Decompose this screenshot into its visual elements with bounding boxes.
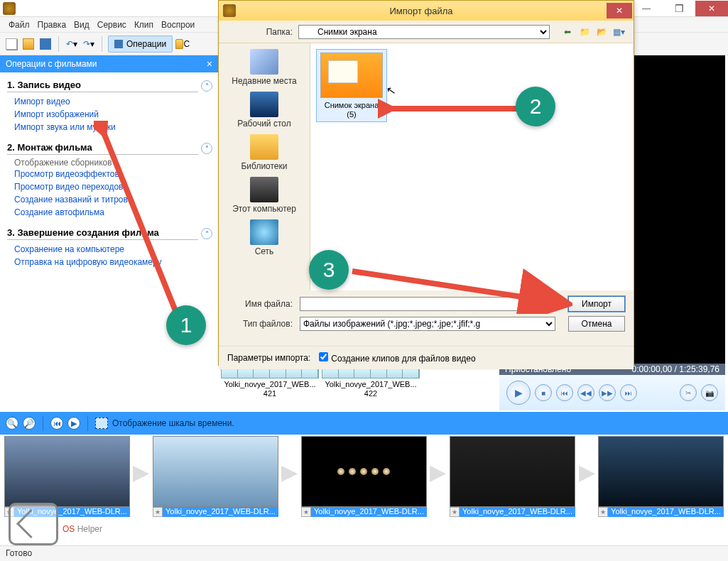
nav-back-button[interactable]: ⬅	[561, 26, 574, 38]
import-options-label: Параметры импорта:	[227, 353, 310, 363]
star-icon: ★	[301, 507, 311, 517]
star-icon: ★	[598, 507, 608, 517]
play-button[interactable]: ▶	[506, 381, 531, 405]
dialog-close-button[interactable]: ✕	[607, 3, 632, 18]
transition-slot[interactable]	[430, 436, 447, 507]
collapse-icon[interactable]: ˄	[201, 80, 212, 92]
collection-item[interactable]: Yolki_novye_2017_WEB... 422	[322, 366, 420, 407]
save-button[interactable]	[38, 37, 53, 51]
task-pane-close[interactable]: ×	[207, 58, 212, 70]
dialog-title: Импорт файла	[236, 6, 607, 16]
annotation-arrow-3	[345, 264, 572, 314]
collapse-icon[interactable]: ˄	[201, 143, 212, 154]
menu-clip[interactable]: Клип	[131, 18, 156, 31]
snapshot-button[interactable]: 📷	[701, 384, 718, 401]
split-button[interactable]: ✂	[680, 384, 697, 401]
collection-strip: Yolki_novye_2017_WEB... 421 Yolki_novye_…	[218, 366, 497, 407]
rewind-button[interactable]: ◀◀	[577, 384, 594, 401]
preview-controls: ▶ ■ ⏮ ◀◀ ▶▶ ⏭ ✂ 📷	[499, 375, 725, 410]
storyboard-clip[interactable]: ★Yolki_novye_2017_WEB-DLR...	[450, 436, 575, 517]
create-clips-checkbox[interactable]	[319, 352, 328, 361]
redo-button[interactable]: ↷ ▾	[82, 37, 96, 51]
menu-file[interactable]: Файл	[6, 18, 33, 31]
annotation-2: 2	[516, 87, 555, 126]
clip-caption: Yolki_novye_2017_WEB-DLR...	[608, 507, 724, 517]
svg-line-0	[102, 129, 179, 320]
stop-button[interactable]: ■	[535, 384, 552, 401]
forward-button[interactable]: ▶▶	[599, 384, 616, 401]
annotation-arrow-1	[94, 121, 193, 334]
tl-play-button[interactable]: ▶	[67, 417, 80, 430]
minimize-button[interactable]	[630, 1, 663, 16]
file-name: Снимок экрана (5)	[320, 101, 384, 119]
star-icon: ★	[450, 507, 460, 517]
new-button[interactable]	[4, 37, 18, 51]
tl-rewind-button[interactable]: ⏮	[50, 417, 63, 430]
dialog-titlebar: Импорт файла ✕	[219, 1, 634, 21]
transition-slot[interactable]	[578, 436, 595, 507]
task-pane-header: Операции с фильмами ×	[0, 55, 218, 72]
place-this-pc[interactable]: Этот компьютер	[224, 174, 304, 217]
operations-label: Операции	[126, 39, 166, 49]
prev-button[interactable]: ⏮	[556, 384, 573, 401]
clip-caption: Yolki_novye_2017_WEB-DLR...	[311, 507, 427, 517]
collapse-icon[interactable]: ˄	[201, 228, 212, 239]
folder-select[interactable]: Снимки экрана	[298, 25, 550, 39]
timeline-label: Отображение шкалы времени.	[112, 418, 234, 428]
storyboard-clip[interactable]: ★Yolki_novye_2017_WEB-DLR...	[153, 436, 278, 517]
cancel-button[interactable]: Отмена	[568, 316, 625, 332]
dialog-nav: Папка: Снимки экрана ⬅ 📁 📂 ▦▾	[219, 21, 634, 43]
import-button[interactable]: Импорт	[568, 296, 625, 312]
filetype-label: Тип файлов:	[227, 319, 293, 329]
timeline-toolbar: 🔍 🔎 ⏮ ▶ Отображение шкалы времени.	[0, 412, 728, 435]
transition-slot[interactable]	[133, 436, 150, 507]
storyboard: ★Yolki_novye_2017_WEB-DLR... ★Yolki_novy…	[4, 436, 724, 528]
tasks-icon	[114, 40, 123, 48]
timeline-view-icon[interactable]	[95, 418, 108, 429]
collection-item-label: Yolki_novye_2017_WEB... 421	[221, 380, 319, 398]
collections-label: С	[183, 39, 190, 49]
nav-view-button[interactable]: ▦▾	[612, 26, 625, 38]
place-libraries[interactable]: Библиотеки	[224, 131, 304, 174]
open-button[interactable]	[21, 37, 36, 51]
menu-play[interactable]: Воспрои	[158, 18, 197, 31]
collection-item[interactable]: Yolki_novye_2017_WEB... 421	[221, 366, 319, 407]
watermark-icon	[9, 503, 58, 545]
menu-edit[interactable]: Правка	[35, 18, 70, 31]
file-item-selected[interactable]: Снимок экрана (5)	[316, 49, 387, 122]
section-1-title: 1. Запись видео	[7, 77, 198, 92]
menu-view[interactable]: Вид	[71, 18, 92, 31]
folder-icon	[175, 39, 183, 49]
preview-time: 0:00:00,00 / 1:25:39,76	[632, 364, 719, 374]
maximize-button[interactable]	[663, 1, 695, 16]
star-icon: ★	[153, 507, 163, 517]
close-button[interactable]	[695, 1, 728, 16]
import-video-link[interactable]: Импорт видео	[7, 95, 212, 108]
place-network[interactable]: Сеть	[224, 217, 304, 259]
zoom-out-button[interactable]: 🔎	[23, 417, 36, 430]
collection-item-label: Yolki_novye_2017_WEB... 422	[322, 380, 420, 398]
storyboard-clip[interactable]: ★Yolki_novye_2017_WEB-DLR...	[598, 436, 724, 517]
menu-service[interactable]: Сервис	[94, 18, 129, 31]
place-recent[interactable]: Недавние места	[224, 46, 304, 89]
next-button[interactable]: ⏭	[620, 384, 637, 401]
storyboard-clip[interactable]: ★Yolki_novye_2017_WEB-DLR...	[301, 436, 427, 517]
nav-newfolder-button[interactable]: 📂	[595, 26, 608, 38]
zoom-in-button[interactable]: 🔍	[6, 417, 18, 430]
operations-button[interactable]: Операции	[108, 36, 173, 53]
place-label: Библиотеки	[241, 161, 287, 171]
svg-line-2	[352, 271, 564, 303]
transition-slot[interactable]	[281, 436, 298, 507]
file-thumbnail	[320, 53, 383, 98]
collections-button[interactable]: С	[175, 37, 190, 51]
status-bar: Готово	[0, 545, 728, 561]
filetype-select[interactable]: Файлы изображений (*.jpg;*.jpeg;*.jpe;*.…	[300, 317, 555, 331]
nav-up-button[interactable]: 📁	[578, 26, 591, 38]
undo-button[interactable]: ↶ ▾	[65, 37, 79, 51]
import-images-link[interactable]: Импорт изображений	[7, 108, 212, 121]
dialog-app-icon	[223, 4, 236, 17]
create-clips-option[interactable]: Создание клипов для файлов видео	[319, 352, 475, 364]
file-list[interactable]: Снимок экрана (5)	[310, 43, 634, 290]
place-desktop[interactable]: Рабочий стол	[224, 89, 304, 131]
place-label: Этот компьютер	[232, 204, 296, 214]
